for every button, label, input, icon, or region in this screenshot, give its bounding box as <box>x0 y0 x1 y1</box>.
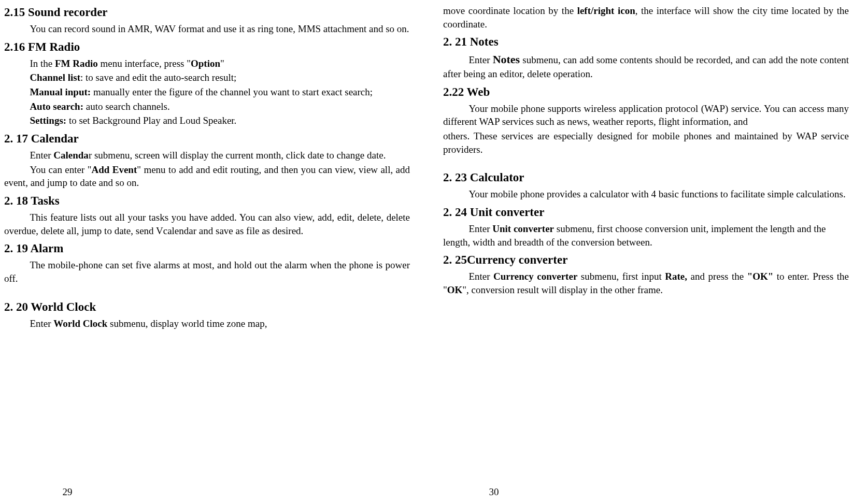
para-fm-radio-5: Settings: to set Background Play and Lou… <box>4 114 410 127</box>
heading-calculator: 2. 23 Calculator <box>443 169 849 185</box>
page-number-right: 30 <box>478 485 509 499</box>
heading-world-clock: 2. 20 World Clock <box>4 299 410 315</box>
right-page: move coordinate location by the left/rig… <box>426 0 853 504</box>
para-web-2: others. These services are especially de… <box>443 129 849 156</box>
heading-web: 2.22 Web <box>443 84 849 100</box>
page-number-left: 29 <box>52 485 83 499</box>
heading-currency-converter: 2. 25Currency converter <box>443 252 849 268</box>
para-unit-converter: Enter Unit converter submenu, first choo… <box>443 222 849 249</box>
para-fm-radio-2: Channel list: to save and edit the auto-… <box>4 71 410 84</box>
para-fm-radio-3: Manual input: manually enter the figure … <box>4 85 410 99</box>
heading-fm-radio: 2.16 FM Radio <box>4 39 410 55</box>
left-page: 2.15 Sound recorder You can record sound… <box>0 0 426 504</box>
para-web-1: Your mobile phone supports wireless appl… <box>443 102 849 128</box>
heading-calendar: 2. 17 Calendar <box>4 131 410 147</box>
para-currency-converter: Enter Currency converter submenu, first … <box>443 270 849 296</box>
heading-unit-converter: 2. 24 Unit converter <box>443 204 849 220</box>
heading-notes: 2. 21 Notes <box>443 34 849 50</box>
heading-alarm: 2. 19 Alarm <box>4 240 410 256</box>
para-sound-recorder: You can record sound in AMR, WAV format … <box>4 22 410 36</box>
para-world-clock-cont: move coordinate location by the left/rig… <box>443 4 849 31</box>
para-world-clock: Enter World Clock submenu, display world… <box>4 317 410 330</box>
para-alarm: The mobile-phone can set five alarms at … <box>4 258 410 285</box>
para-calendar-1: Enter Calendar submenu, screen will disp… <box>4 149 410 162</box>
para-fm-radio-1: In the FM Radio menu interface, press "O… <box>4 57 410 70</box>
para-tasks: This feature lists out all your tasks yo… <box>4 211 410 237</box>
para-notes: Enter Notes submenu, can add some conten… <box>443 52 849 80</box>
para-calendar-2: You can enter "Add Event" menu to add an… <box>4 163 410 190</box>
para-calculator: Your mobile phone provides a calculator … <box>443 188 849 201</box>
para-fm-radio-4: Auto search: auto search channels. <box>4 100 410 113</box>
heading-tasks: 2. 18 Tasks <box>4 193 410 209</box>
heading-sound-recorder: 2.15 Sound recorder <box>4 4 410 20</box>
